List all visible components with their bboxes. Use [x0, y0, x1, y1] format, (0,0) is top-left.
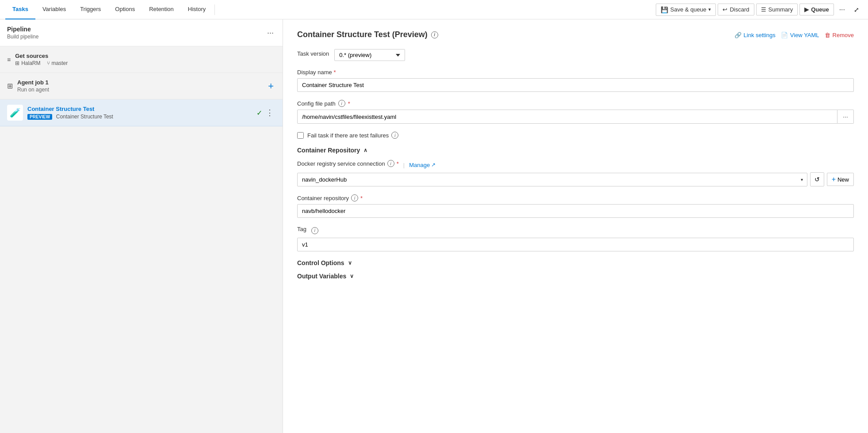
- remove-button[interactable]: 🗑 Remove: [825, 30, 854, 40]
- queue-button[interactable]: ▶ Queue: [799, 4, 834, 15]
- add-task-button[interactable]: +: [266, 80, 275, 92]
- nav-tab-retention[interactable]: Retention: [142, 0, 181, 19]
- task-detail-header: Container Structure Test (Preview) i 🔗 L…: [297, 30, 854, 40]
- agent-job-info: Agent job 1 Run on agent: [17, 79, 49, 93]
- manage-link[interactable]: Manage ↗: [409, 162, 436, 168]
- tag-input[interactable]: [297, 238, 854, 251]
- output-variables-section-header[interactable]: Output Variables ∨: [297, 273, 854, 280]
- fail-task-label: Fail task if there are test failures i: [307, 132, 398, 139]
- config-file-path-input[interactable]: [297, 110, 837, 124]
- task-more-button[interactable]: ⋮: [264, 108, 275, 118]
- get-sources-row: ≡ Get sources ⊞ HalaRM ⑂ master: [0, 46, 283, 73]
- display-name-row: Display name: [297, 69, 854, 92]
- source-icon: ⊞: [15, 60, 19, 66]
- refresh-icon: ↺: [814, 176, 820, 183]
- tag-info-icon[interactable]: i: [311, 227, 318, 234]
- tag-label: Tag: [297, 226, 306, 232]
- registry-refresh-button[interactable]: ↺: [810, 172, 824, 186]
- main-layout: Pipeline Build pipeline ··· ≡ Get source…: [0, 19, 868, 433]
- expand-icon: ⤢: [854, 6, 859, 13]
- task-more-icon: ⋮: [266, 108, 274, 117]
- task-detail-actions: 🔗 Link settings 📄 View YAML 🗑 Remove: [734, 30, 854, 40]
- task-row[interactable]: 🧪 Container Structure Test PREVIEW Conta…: [0, 99, 283, 126]
- control-options-title: Control Options: [297, 259, 344, 266]
- nav-tab-variables[interactable]: Variables: [35, 0, 73, 19]
- link-settings-button[interactable]: 🔗 Link settings: [734, 30, 776, 40]
- nav-actions: 💾 Save & queue ▾ ↩ Discard ☰ Summary ▶ Q…: [656, 4, 863, 16]
- tag-row: Tag i: [297, 226, 854, 251]
- agent-job-title: Agent job 1: [17, 79, 49, 86]
- new-plus-icon: +: [832, 175, 836, 183]
- task-title-info-icon[interactable]: i: [431, 31, 438, 38]
- container-repository-chevron: ∧: [363, 147, 367, 153]
- fail-task-info-icon[interactable]: i: [391, 132, 398, 139]
- new-label: New: [837, 176, 849, 183]
- nav-tab-tasks[interactable]: Tasks: [5, 0, 35, 19]
- container-repository-section-header[interactable]: Container Repository ∧: [297, 147, 854, 154]
- discard-label: Discard: [730, 6, 749, 13]
- more-options-button[interactable]: ···: [836, 4, 849, 16]
- registry-select-container: navin_dockerHub ▾: [297, 173, 807, 186]
- queue-icon: ▶: [804, 6, 809, 13]
- view-yaml-button[interactable]: 📄 View YAML: [781, 30, 819, 40]
- pipeline-more-button[interactable]: ···: [265, 28, 275, 38]
- nav-tabs: TasksVariablesTriggersOptionsRetentionHi…: [5, 0, 213, 19]
- task-version-select[interactable]: 0.* (preview): [334, 49, 405, 61]
- task-icon-container: 🧪: [7, 105, 23, 121]
- remove-icon: 🗑: [825, 32, 830, 38]
- control-options-chevron: ∨: [348, 260, 352, 266]
- task-sub-row: PREVIEW Container Structure Test: [27, 113, 252, 120]
- get-sources-align-icon: ≡: [7, 56, 11, 63]
- nav-tab-triggers[interactable]: Triggers: [73, 0, 108, 19]
- docker-registry-select[interactable]: navin_dockerHub: [297, 173, 807, 186]
- manage-external-icon: ↗: [431, 162, 436, 168]
- control-options-section-header[interactable]: Control Options ∨: [297, 259, 854, 266]
- container-repo-input[interactable]: [297, 204, 854, 218]
- docker-registry-info-icon[interactable]: i: [387, 160, 394, 167]
- task-name: Container Structure Test: [27, 106, 94, 112]
- fail-task-checkbox[interactable]: [297, 132, 304, 139]
- config-file-path-label: Config file path i: [297, 100, 854, 107]
- pipeline-info: Pipeline Build pipeline: [7, 26, 38, 40]
- config-path-info-icon[interactable]: i: [338, 100, 345, 107]
- discard-button[interactable]: ↩ Discard: [718, 4, 754, 15]
- task-sub: Container Structure Test: [56, 114, 113, 120]
- nav-divider: [214, 4, 215, 15]
- display-name-label: Display name: [297, 69, 854, 76]
- add-icon: +: [268, 80, 274, 91]
- summary-button[interactable]: ☰ Summary: [756, 4, 798, 15]
- output-variables-chevron: ∨: [350, 273, 354, 279]
- pipeline-title: Pipeline: [7, 26, 38, 33]
- container-repo-info-icon[interactable]: i: [351, 194, 358, 201]
- link-icon: 🔗: [734, 32, 742, 38]
- task-actions: ✓ ⋮: [256, 108, 275, 118]
- task-badge: PREVIEW: [27, 114, 52, 120]
- nav-tab-options[interactable]: Options: [108, 0, 142, 19]
- pipeline-more-icon: ···: [267, 28, 274, 37]
- container-repo-label: Container repository i: [297, 194, 854, 201]
- save-queue-button[interactable]: 💾 Save & queue ▾: [656, 4, 716, 16]
- left-panel: Pipeline Build pipeline ··· ≡ Get source…: [0, 19, 283, 433]
- output-variables-title: Output Variables: [297, 273, 346, 280]
- right-panel: Container Structure Test (Preview) i 🔗 L…: [283, 19, 868, 433]
- config-file-path-row: Config file path i ···: [297, 100, 854, 124]
- get-sources-source: ⊞ HalaRM: [15, 60, 40, 66]
- registry-new-button[interactable]: + New: [827, 173, 854, 186]
- task-detail-title: Container Structure Test (Preview) i: [297, 30, 438, 39]
- task-name-row: Container Structure Test: [27, 106, 252, 112]
- queue-label: Queue: [811, 6, 829, 13]
- save-icon: 💾: [661, 6, 668, 13]
- config-path-input-container: ···: [297, 110, 854, 124]
- expand-button[interactable]: ⤢: [850, 4, 863, 15]
- fail-task-checkbox-row: Fail task if there are test failures i: [297, 132, 854, 139]
- config-path-browse-button[interactable]: ···: [837, 110, 854, 124]
- task-version-label: Task version: [297, 50, 329, 57]
- display-name-input[interactable]: [297, 78, 854, 92]
- tag-label-row: Tag i: [297, 226, 854, 235]
- top-nav: TasksVariablesTriggersOptionsRetentionHi…: [0, 0, 868, 19]
- agent-job-row: ⊞ Agent job 1 Run on agent +: [0, 73, 283, 99]
- nav-tab-history[interactable]: History: [181, 0, 213, 19]
- task-info: Container Structure Test PREVIEW Contain…: [27, 106, 252, 120]
- container-repo-row: Container repository i: [297, 194, 854, 218]
- container-repository-title: Container Repository: [297, 147, 360, 154]
